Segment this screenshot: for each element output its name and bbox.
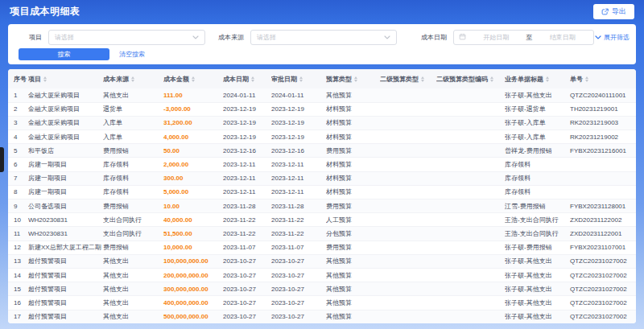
cell-cost-date: 2023-11-22	[223, 213, 271, 227]
expand-filters-label: 展开筛选	[604, 33, 630, 42]
edge-collapse-handle[interactable]	[0, 147, 4, 172]
column-header-label: 单号	[570, 75, 583, 84]
cell-index: 6	[8, 158, 28, 171]
column-header-doc-title[interactable]: 业务单据标题	[505, 69, 570, 88]
cell-source: 其他支出	[103, 268, 163, 282]
cell-project: 公司备选项目	[28, 199, 103, 213]
cell-approve-date: 2024-01-11	[271, 88, 326, 102]
cell-approve-date: 2023-12-11	[271, 158, 326, 171]
search-button[interactable]: 搜索	[19, 48, 109, 60]
cell-project: WH20230831	[28, 227, 103, 241]
cell-approve-date: 2023-11-07	[271, 241, 326, 254]
cell-source: 库存领料	[103, 171, 163, 185]
cell-doc-title: 王浩-支出合同执行	[505, 227, 570, 241]
cell-sub-budget-code	[436, 158, 505, 171]
cell-approve-date: 2023-12-11	[271, 185, 326, 199]
cell-sub-budget-code	[436, 185, 505, 199]
cell-sub-budget-code	[436, 310, 505, 323]
date-start-input[interactable]: 开始日期	[470, 33, 522, 42]
cell-source: 支出合同执行	[103, 227, 163, 241]
cell-index: 11	[8, 227, 28, 241]
column-header-label: 业务单据标题	[505, 75, 543, 84]
cell-doc-no: FYBX20231107001	[570, 241, 636, 254]
date-end-input[interactable]: 结束日期	[537, 33, 589, 42]
column-header-amount[interactable]: 成本金额	[163, 69, 223, 88]
cell-sub-budget-code	[436, 282, 505, 296]
cell-project: WH20230831	[28, 213, 103, 227]
column-header-approve-date[interactable]: 审批日期	[271, 69, 326, 88]
expand-filters-link[interactable]: 展开筛选	[595, 33, 630, 42]
cell-amount: 100,000,000.00	[163, 254, 223, 268]
cost-date-range-picker[interactable]: 开始日期 至 结束日期	[453, 30, 594, 45]
column-header-sub-budget-type[interactable]: 二级预算类型	[380, 69, 436, 88]
cell-source: 费用报销	[103, 144, 163, 158]
cell-sub-budget-type	[380, 102, 436, 116]
table-row: 12新建XX总部大厦工程二期费用报销10,000.002023-11-07202…	[8, 241, 636, 254]
source-filter-label: 成本来源	[218, 33, 244, 42]
cell-sub-budget-type	[380, 144, 436, 158]
column-header-doc-no[interactable]: 单号	[570, 69, 636, 88]
column-header-source[interactable]: 成本来源	[103, 69, 163, 88]
cell-amount: 200,000,000.00	[163, 268, 223, 282]
cell-budget-type: 其他预算	[326, 282, 380, 296]
export-button[interactable]: 导出	[593, 4, 634, 19]
project-select[interactable]: 请选择	[48, 30, 205, 45]
cell-doc-no: QTZC20231027002	[570, 268, 636, 282]
cell-cost-date: 2023-12-19	[223, 116, 271, 130]
cell-amount: 2,000.00	[163, 158, 223, 171]
sort-icon	[131, 76, 134, 82]
cell-cost-date: 2023-10-27	[223, 296, 271, 310]
column-header-budget-type[interactable]: 预算类型	[326, 69, 380, 88]
cell-doc-title: 江雪-费用报销	[505, 199, 570, 213]
cell-source: 费用报销	[103, 199, 163, 213]
cell-doc-no: QTZC20240111001	[570, 88, 636, 102]
page-title: 项目成本明细表	[10, 5, 80, 19]
cell-approve-date: 2023-11-28	[271, 199, 326, 213]
cell-amount: -3,000.00	[163, 102, 223, 116]
sort-icon	[585, 76, 588, 82]
table-row: 3金融大厦采购项目入库单31,200.002023-12-192023-12-1…	[8, 116, 636, 130]
cell-doc-title: 张子硕-其他支出	[505, 254, 570, 268]
cell-cost-date: 2023-12-11	[223, 158, 271, 171]
column-header-label: 审批日期	[271, 75, 297, 84]
clear-search-button[interactable]: 清空搜索	[119, 50, 145, 59]
cost-detail-table-card: 序号项目成本来源成本金额成本日期审批日期预算类型二级预算类型二级预算类型编码业务…	[8, 69, 636, 323]
cell-doc-no: ZXD20231122002	[570, 213, 636, 227]
cell-source: 其他支出	[103, 296, 163, 310]
column-header-cost-date[interactable]: 成本日期	[223, 69, 271, 88]
cell-amount: 500,000,000.00	[163, 310, 223, 323]
cell-budget-type: 费用预算	[326, 241, 380, 254]
cell-cost-date: 2023-10-27	[223, 310, 271, 323]
cell-budget-type: 其他预算	[326, 310, 380, 323]
cell-sub-budget-code	[436, 268, 505, 282]
source-select[interactable]: 请选择	[250, 30, 397, 45]
cell-cost-date: 2023-11-28	[223, 199, 271, 213]
cell-budget-type: 材料预算	[326, 130, 380, 144]
cell-source: 退货单	[103, 102, 163, 116]
cell-project: 金融大厦采购项目	[28, 88, 103, 102]
cell-budget-type: 人工预算	[326, 213, 380, 227]
column-header-project[interactable]: 项目	[28, 69, 103, 88]
cell-approve-date: 2023-10-27	[271, 296, 326, 310]
cell-project: 超付预警项目	[28, 296, 103, 310]
cell-sub-budget-type	[380, 268, 436, 282]
cell-doc-title: 张子硕-费用报销	[505, 241, 570, 254]
table-row: 4金融大厦采购项目入库单4,000.002023-12-192023-12-19…	[8, 130, 636, 144]
cell-budget-type: 费用预算	[326, 144, 380, 158]
cell-sub-budget-code	[436, 296, 505, 310]
cell-doc-title: 张子硕-入库单	[505, 116, 570, 130]
project-filter-label: 项目	[29, 33, 42, 42]
chevron-down-icon	[384, 34, 390, 41]
sort-icon	[299, 76, 303, 82]
cell-sub-budget-type	[380, 213, 436, 227]
cell-amount: 40,000.00	[163, 213, 223, 227]
cell-cost-date: 2023-10-27	[223, 254, 271, 268]
cell-source: 其他支出	[103, 310, 163, 323]
cell-doc-no	[570, 158, 636, 171]
cell-project: 房建一期项目	[28, 171, 103, 185]
cell-budget-type: 其他预算	[326, 254, 380, 268]
column-header-sub-budget-code[interactable]: 二级预算类型编码	[436, 69, 505, 88]
column-header-label: 成本金额	[163, 75, 189, 84]
table-row: 2金融大厦采购项目退货单-3,000.002023-12-192023-12-1…	[8, 102, 636, 116]
cell-sub-budget-type	[380, 282, 436, 296]
